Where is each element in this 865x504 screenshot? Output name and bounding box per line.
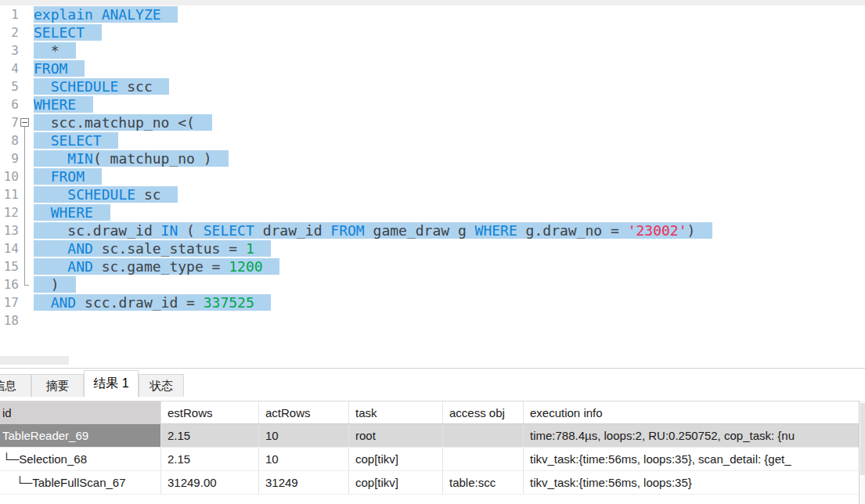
tab-result-1[interactable]: 结果 1 [84, 370, 139, 397]
column-header-id[interactable]: id [0, 401, 161, 423]
code-segment: ( [178, 222, 204, 239]
sql-editor[interactable]: 1explain ANALYZE 2SELECT 3 * 4FROM 5 SCH… [0, 5, 865, 329]
cell-id[interactable]: └─Selection_68 [0, 448, 161, 470]
results-scrollbar-thumb[interactable] [860, 403, 865, 475]
code-text[interactable]: AND sc.game_type = 1200 [34, 257, 279, 275]
cell-access_obj[interactable] [443, 424, 524, 447]
editor-line[interactable]: 5 SCHEDULE scc [0, 77, 865, 95]
editor-line[interactable]: 13 sc.draw_id IN ( SELECT draw_id FROM g… [0, 221, 865, 239]
code-text[interactable]: SELECT [34, 131, 118, 149]
code-text[interactable]: explain ANALYZE [34, 5, 178, 23]
line-number: 17 [0, 293, 19, 311]
cell-exec_info[interactable]: time:788.4µs, loops:2, RU:0.250752, cop_… [524, 424, 859, 447]
column-header-estRows[interactable]: estRows [161, 401, 259, 423]
code-text[interactable]: SELECT [34, 23, 102, 41]
fold-collapse-icon[interactable] [19, 113, 34, 131]
cell-task[interactable]: root [349, 424, 443, 447]
editor-horizontal-scrollbar-thumb[interactable] [0, 356, 69, 365]
editor-line[interactable]: 1explain ANALYZE [0, 5, 865, 23]
editor-line[interactable]: 3 * [0, 41, 865, 59]
tab-status[interactable]: 状态 [139, 374, 184, 397]
code-text[interactable]: * [34, 41, 76, 59]
code-text[interactable]: sc.draw_id IN ( SELECT draw_id FROM game… [34, 221, 712, 239]
cell-access_obj[interactable]: table:scc [443, 471, 524, 494]
selection-highlight: SCHEDULE scc [34, 78, 169, 95]
code-segment: scc.draw_id = [76, 294, 204, 311]
tab-summary[interactable]: 摘要 [31, 374, 84, 397]
cell-id[interactable]: TableReader_69 [0, 424, 161, 447]
editor-line[interactable]: 11 SCHEDULE sc [0, 185, 865, 203]
cell-access_obj[interactable] [443, 448, 524, 470]
code-text[interactable]: SCHEDULE sc [34, 185, 178, 203]
code-text[interactable]: FROM [34, 59, 85, 77]
cell-actRows[interactable]: 10 [259, 424, 349, 447]
line-number: 18 [0, 311, 19, 329]
code-segment: 1200 [229, 258, 262, 275]
tab-label: 摘要 [46, 379, 70, 394]
column-header-task[interactable]: task [349, 401, 443, 423]
line-number: 10 [0, 167, 19, 185]
cell-estRows[interactable]: 31249.00 [161, 471, 259, 494]
code-text[interactable]: MIN( matchup_no ) [34, 149, 229, 167]
fold-guide-line [19, 149, 34, 167]
code-text[interactable]: AND scc.draw_id = 337525 [34, 293, 271, 311]
grid-row[interactable]: TableReader_692.1510roottime:788.4µs, lo… [0, 424, 859, 448]
code-segment: AND [51, 294, 77, 311]
grid-row[interactable]: └─Selection_682.1510cop[tikv]tikv_task:{… [0, 448, 859, 471]
tab-info[interactable]: 信息 [0, 374, 31, 397]
column-header-access_obj[interactable]: access obj [443, 401, 524, 423]
cell-task[interactable]: cop[tikv] [349, 471, 443, 494]
code-segment: scc.matchup_no <( [34, 114, 195, 131]
editor-line[interactable]: 17 AND scc.draw_id = 337525 [0, 293, 865, 311]
selection-highlight: explain ANALYZE [34, 6, 178, 23]
editor-line[interactable]: 4FROM [0, 59, 865, 77]
column-header-actRows[interactable]: actRows [259, 401, 349, 423]
code-text[interactable]: WHERE [34, 203, 110, 221]
cell-estRows[interactable]: 2.15 [161, 424, 259, 447]
column-header-exec_info[interactable]: execution info [524, 401, 859, 423]
editor-line[interactable]: 9 MIN( matchup_no ) [0, 149, 865, 167]
results-vertical-scrollbar[interactable] [859, 401, 865, 504]
code-text[interactable]: WHERE [34, 95, 93, 113]
cell-exec_info[interactable]: tikv_task:{time:56ms, loops:35} [524, 471, 859, 494]
fold-column [19, 59, 34, 77]
code-segment: AND [67, 258, 93, 275]
code-segment: FROM [330, 222, 364, 239]
fold-guide-line [19, 275, 34, 293]
editor-line[interactable]: 12 WHERE [0, 203, 865, 221]
code-text[interactable]: scc.matchup_no <( [34, 113, 212, 131]
code-text[interactable]: SCHEDULE scc [34, 77, 169, 95]
editor-line[interactable]: 6WHERE [0, 95, 865, 113]
editor-line[interactable]: 16 ) [0, 275, 865, 293]
grid-row[interactable]: └─TableFullScan_6731249.0031249cop[tikv]… [0, 471, 859, 495]
editor-line[interactable]: 2SELECT [0, 23, 865, 41]
code-text[interactable]: FROM [34, 167, 102, 185]
fold-column [19, 23, 34, 41]
editor-line[interactable]: 10 FROM [0, 167, 865, 185]
code-segment: ( matchup_no ) [93, 150, 212, 167]
selection-highlight: FROM [34, 168, 102, 185]
code-segment: explain ANALYZE [34, 6, 161, 23]
code-segment: SCHEDULE [51, 78, 119, 95]
cell-id[interactable]: └─TableFullScan_67 [0, 471, 161, 494]
code-segment [34, 258, 67, 275]
cell-task[interactable]: cop[tikv] [349, 448, 443, 470]
editor-line[interactable]: 14 AND sc.sale_status = 1 [0, 239, 865, 257]
code-segment: SCHEDULE [67, 186, 135, 203]
cell-estRows[interactable]: 2.15 [161, 448, 259, 470]
editor-line[interactable]: 15 AND sc.game_type = 1200 [0, 257, 865, 275]
code-segment [34, 186, 67, 203]
code-text[interactable]: ) [34, 275, 76, 293]
code-text[interactable]: AND sc.sale_status = 1 [34, 239, 271, 257]
cell-exec_info[interactable]: tikv_task:{time:56ms, loops:35}, scan_de… [524, 448, 859, 470]
editor-line[interactable]: 18 [0, 311, 865, 329]
cell-actRows[interactable]: 10 [259, 448, 349, 470]
editor-line[interactable]: 8 SELECT [0, 131, 865, 149]
selection-highlight: AND sc.game_type = 1200 [34, 258, 279, 275]
fold-guide-line [19, 203, 34, 221]
editor-line[interactable]: 7 scc.matchup_no <( [0, 113, 865, 131]
cell-actRows[interactable]: 31249 [259, 471, 349, 494]
line-number: 16 [0, 275, 19, 293]
fold-column [19, 41, 34, 59]
code-segment: 1 [246, 240, 254, 257]
